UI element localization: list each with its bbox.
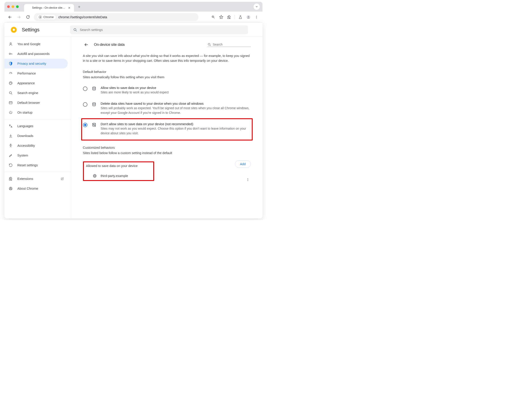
- sidebar-item-label: Downloads: [17, 134, 33, 138]
- sidebar-item-system[interactable]: System: [4, 151, 68, 160]
- sidebar-item-privacy[interactable]: Privacy and security: [4, 59, 68, 68]
- profile-avatar-icon[interactable]: [245, 13, 252, 21]
- svg-line-44: [210, 45, 210, 46]
- nav-forward-button[interactable]: [15, 13, 23, 21]
- sidebar-item-accessibility[interactable]: Accessibility: [4, 141, 68, 151]
- svg-line-15: [76, 30, 77, 31]
- svg-line-36: [11, 146, 11, 147]
- sidebar-item-about[interactable]: About Chrome: [4, 184, 68, 193]
- search-icon: [73, 28, 77, 32]
- extension-piece-icon: [8, 177, 13, 181]
- sidebar-item-performance[interactable]: Performance: [4, 68, 68, 78]
- sidebar-item-languages[interactable]: Languages: [4, 121, 68, 131]
- page-intro-text: A site you visit can save info about wha…: [83, 53, 251, 63]
- sidebar-item-label: Reset settings: [17, 163, 38, 167]
- page-back-button[interactable]: [83, 41, 90, 48]
- option-allow[interactable]: Allow sites to save data on your device …: [83, 83, 251, 99]
- tab-title: Settings - On-device site dat…: [32, 6, 65, 9]
- option-title: Delete data sites have saved to your dev…: [101, 102, 251, 105]
- window-minimize-button[interactable]: [12, 5, 14, 8]
- site-row-menu-button[interactable]: [245, 177, 251, 183]
- settings-frame: Settings You and Google Autofill and pas…: [4, 23, 262, 218]
- browser-menu-button[interactable]: [253, 13, 260, 21]
- browser-tab[interactable]: Settings - On-device site dat… ✕: [24, 4, 74, 12]
- labs-flask-icon[interactable]: [237, 13, 244, 21]
- accessibility-icon: [8, 144, 13, 148]
- sidebar-item-label: Languages: [17, 124, 33, 128]
- window-fullscreen-button[interactable]: [16, 5, 19, 8]
- sidebar-item-autofill[interactable]: Autofill and passwords: [4, 49, 68, 59]
- svg-point-17: [9, 53, 10, 54]
- globe-icon: [93, 174, 97, 178]
- allowed-site-host: third-party.example: [101, 174, 128, 178]
- database-slash-icon: [91, 123, 97, 127]
- svg-line-41: [11, 189, 12, 189]
- browser-toolbar: Chrome chrome://settings/content/siteDat…: [4, 12, 262, 23]
- sidebar-item-label: Autofill and passwords: [17, 52, 50, 56]
- sidebar-item-extensions[interactable]: Extensions: [4, 174, 68, 184]
- page-search-box[interactable]: [208, 43, 251, 47]
- option-desc: Sites will probably work as expected. Yo…: [101, 106, 251, 115]
- settings-title: Settings: [22, 27, 40, 33]
- sidebar-item-label: Default browser: [17, 101, 40, 104]
- window-close-button[interactable]: [7, 5, 10, 8]
- radio-button[interactable]: [83, 102, 87, 107]
- sidebar-separator: [4, 172, 71, 172]
- zoom-icon[interactable]: [209, 13, 217, 21]
- sidebar-item-default-browser[interactable]: Default browser: [4, 98, 68, 108]
- option-dont-allow[interactable]: Don't allow sites to save data on your d…: [83, 119, 251, 140]
- settings-search-box[interactable]: [70, 25, 248, 34]
- chrome-outline-icon: [8, 186, 13, 191]
- address-bar-url: chrome://settings/content/siteData: [58, 15, 107, 19]
- site-identity-chip[interactable]: Chrome: [37, 15, 56, 20]
- tab-strip: Settings - On-device site dat… ✕ ＋: [4, 2, 262, 12]
- sidebar-item-label: Extensions: [17, 177, 33, 181]
- sidebar-item-downloads[interactable]: Downloads: [4, 131, 68, 141]
- nav-reload-button[interactable]: [24, 13, 32, 21]
- extensions-icon[interactable]: [225, 13, 233, 21]
- sidebar-item-search-engine[interactable]: Search engine: [4, 88, 68, 98]
- settings-sidebar: You and Google Autofill and passwords Pr…: [4, 37, 71, 218]
- sidebar-item-label: On startup: [17, 111, 32, 114]
- svg-point-3: [40, 16, 41, 18]
- svg-rect-27: [9, 102, 12, 104]
- radio-button[interactable]: [83, 87, 87, 91]
- settings-header: Settings: [4, 23, 262, 37]
- settings-search-input[interactable]: [80, 28, 245, 32]
- sidebar-item-on-startup[interactable]: On startup: [4, 108, 68, 118]
- nav-back-button[interactable]: [6, 13, 14, 21]
- person-icon: [8, 42, 13, 46]
- svg-point-43: [208, 43, 210, 45]
- address-bar[interactable]: Chrome chrome://settings/content/siteDat…: [34, 13, 198, 21]
- add-site-button[interactable]: Add: [235, 161, 251, 168]
- svg-point-23: [10, 82, 11, 83]
- tab-close-button[interactable]: ✕: [67, 6, 71, 10]
- svg-line-5: [214, 18, 214, 18]
- option-desc: Sites are more likely to work as you wou…: [101, 90, 169, 95]
- svg-line-35: [10, 146, 11, 147]
- translate-icon: [8, 124, 13, 128]
- page-search-input[interactable]: [213, 43, 252, 46]
- svg-point-14: [74, 29, 76, 31]
- customized-behaviors-heading: Customized behaviors: [83, 146, 251, 149]
- sidebar-item-appearance[interactable]: Appearance: [4, 78, 68, 88]
- default-behavior-heading: Default behavior: [83, 70, 251, 74]
- sidebar-item-reset[interactable]: Reset settings: [4, 160, 68, 170]
- reset-icon: [8, 163, 13, 167]
- tab-search-button[interactable]: [254, 4, 260, 10]
- option-title: Don't allow sites to save data on your d…: [101, 122, 251, 126]
- sidebar-item-label: Privacy and security: [17, 62, 46, 65]
- new-tab-button[interactable]: ＋: [77, 4, 81, 9]
- window-controls: [7, 5, 19, 8]
- database-icon: [91, 102, 97, 107]
- radio-button[interactable]: [83, 123, 87, 127]
- svg-point-11: [256, 16, 257, 16]
- bookmark-star-icon[interactable]: [217, 13, 225, 21]
- option-delete-on-close[interactable]: Delete data sites have saved to your dev…: [83, 99, 251, 119]
- chrome-logo-icon: [11, 27, 17, 33]
- power-icon: [8, 111, 13, 115]
- svg-point-52: [247, 178, 248, 179]
- allowed-site-row[interactable]: third-party.example: [86, 174, 151, 178]
- sidebar-item-you-and-google[interactable]: You and Google: [4, 39, 68, 49]
- svg-point-46: [92, 103, 95, 104]
